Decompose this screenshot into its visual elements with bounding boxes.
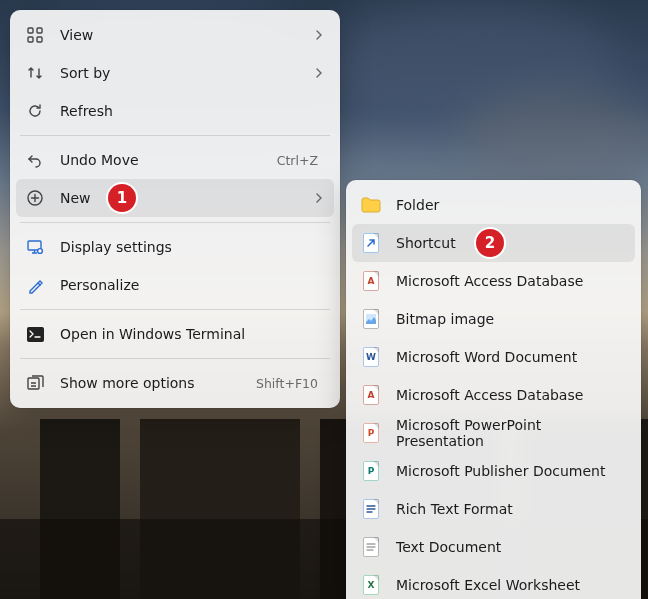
menu-item-undo[interactable]: Undo Move Ctrl+Z bbox=[16, 141, 334, 179]
menu-separator bbox=[20, 309, 330, 310]
rtf-icon bbox=[360, 498, 382, 520]
bitmap-icon bbox=[360, 308, 382, 330]
callout-badge-2: 2 bbox=[476, 229, 504, 257]
submenu-item-label: Rich Text Format bbox=[396, 501, 625, 517]
terminal-icon bbox=[24, 323, 46, 345]
svg-rect-2 bbox=[28, 37, 33, 42]
excel-icon: X bbox=[360, 574, 382, 596]
submenu-item-rtf[interactable]: Rich Text Format bbox=[352, 490, 635, 528]
menu-item-label: Show more options bbox=[60, 375, 256, 391]
submenu-item-excel[interactable]: X Microsoft Excel Worksheet bbox=[352, 566, 635, 599]
chevron-right-icon bbox=[314, 30, 324, 40]
svg-rect-3 bbox=[37, 37, 42, 42]
submenu-item-label: Bitmap image bbox=[396, 311, 625, 327]
menu-item-view[interactable]: View bbox=[16, 16, 334, 54]
submenu-item-label: Microsoft Publisher Document bbox=[396, 463, 625, 479]
menu-item-label: Sort by bbox=[60, 65, 314, 81]
folder-icon bbox=[360, 194, 382, 216]
menu-item-sort[interactable]: Sort by bbox=[16, 54, 334, 92]
menu-item-shortcut: Ctrl+Z bbox=[277, 153, 318, 168]
menu-item-personalize[interactable]: Personalize bbox=[16, 266, 334, 304]
publisher-icon: P bbox=[360, 460, 382, 482]
access-icon: A bbox=[360, 270, 382, 292]
menu-item-label: New bbox=[60, 190, 314, 206]
svg-rect-7 bbox=[27, 327, 44, 342]
desktop-context-menu: View Sort by Refresh Undo Move bbox=[10, 10, 340, 408]
menu-item-display-settings[interactable]: Display settings bbox=[16, 228, 334, 266]
submenu-item-label: Microsoft PowerPoint Presentation bbox=[396, 417, 625, 449]
menu-item-label: Personalize bbox=[60, 277, 324, 293]
menu-item-label: Open in Windows Terminal bbox=[60, 326, 324, 342]
menu-item-label: Undo Move bbox=[60, 152, 277, 168]
svg-point-6 bbox=[37, 248, 42, 253]
show-more-icon bbox=[24, 372, 46, 394]
menu-separator bbox=[20, 135, 330, 136]
submenu-item-shortcut[interactable]: Shortcut 2 bbox=[352, 224, 635, 262]
shortcut-icon bbox=[360, 232, 382, 254]
sort-icon bbox=[24, 62, 46, 84]
submenu-item-word[interactable]: W Microsoft Word Document bbox=[352, 338, 635, 376]
submenu-item-access[interactable]: A Microsoft Access Database bbox=[352, 262, 635, 300]
submenu-item-powerpoint[interactable]: P Microsoft PowerPoint Presentation bbox=[352, 414, 635, 452]
submenu-item-label: Folder bbox=[396, 197, 625, 213]
submenu-item-label: Microsoft Access Database bbox=[396, 387, 625, 403]
refresh-icon bbox=[24, 100, 46, 122]
text-icon bbox=[360, 536, 382, 558]
view-icon bbox=[24, 24, 46, 46]
access-icon: A bbox=[360, 384, 382, 406]
powerpoint-icon: P bbox=[360, 422, 382, 444]
submenu-item-label: Microsoft Excel Worksheet bbox=[396, 577, 625, 593]
menu-item-shortcut: Shift+F10 bbox=[256, 376, 318, 391]
callout-badge-1: 1 bbox=[108, 184, 136, 212]
undo-icon bbox=[24, 149, 46, 171]
display-settings-icon bbox=[24, 236, 46, 258]
svg-rect-1 bbox=[37, 28, 42, 33]
chevron-right-icon bbox=[314, 68, 324, 78]
menu-item-label: Refresh bbox=[60, 103, 324, 119]
menu-item-new[interactable]: New 1 bbox=[16, 179, 334, 217]
menu-item-refresh[interactable]: Refresh bbox=[16, 92, 334, 130]
menu-separator bbox=[20, 222, 330, 223]
chevron-right-icon bbox=[314, 193, 324, 203]
new-icon bbox=[24, 187, 46, 209]
submenu-item-label: Microsoft Access Database bbox=[396, 273, 625, 289]
submenu-item-access2[interactable]: A Microsoft Access Database bbox=[352, 376, 635, 414]
submenu-item-label: Text Document bbox=[396, 539, 625, 555]
submenu-item-text[interactable]: Text Document bbox=[352, 528, 635, 566]
submenu-item-publisher[interactable]: P Microsoft Publisher Document bbox=[352, 452, 635, 490]
word-icon: W bbox=[360, 346, 382, 368]
submenu-item-folder[interactable]: Folder bbox=[352, 186, 635, 224]
menu-item-show-more[interactable]: Show more options Shift+F10 bbox=[16, 364, 334, 402]
personalize-icon bbox=[24, 274, 46, 296]
sky-blob bbox=[460, 90, 648, 180]
submenu-item-bitmap[interactable]: Bitmap image bbox=[352, 300, 635, 338]
menu-item-label: View bbox=[60, 27, 314, 43]
menu-item-label: Display settings bbox=[60, 239, 324, 255]
new-submenu: Folder Shortcut 2 A Microsoft Access Dat… bbox=[346, 180, 641, 599]
submenu-item-label: Microsoft Word Document bbox=[396, 349, 625, 365]
submenu-item-label: Shortcut bbox=[396, 235, 625, 251]
menu-item-terminal[interactable]: Open in Windows Terminal bbox=[16, 315, 334, 353]
menu-separator bbox=[20, 358, 330, 359]
svg-rect-0 bbox=[28, 28, 33, 33]
